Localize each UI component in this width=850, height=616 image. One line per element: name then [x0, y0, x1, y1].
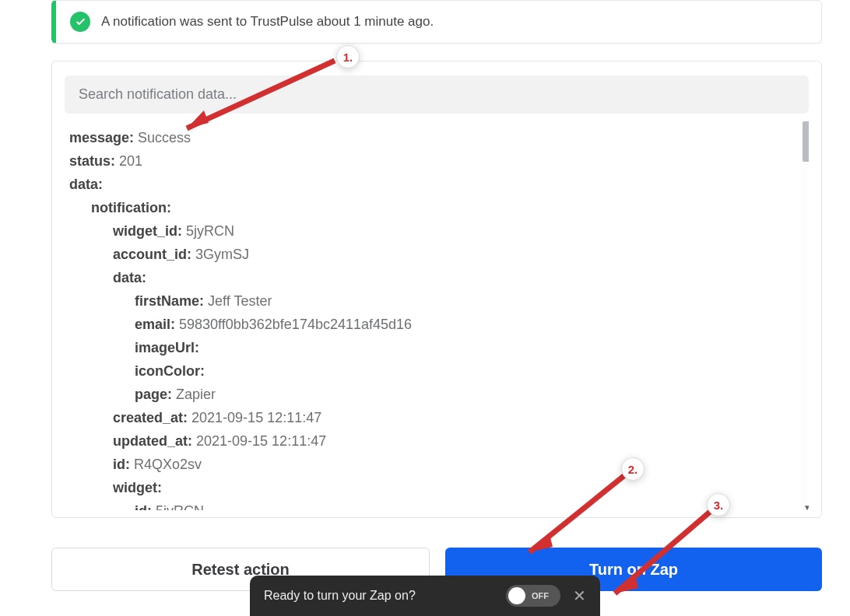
- toggle-label: OFF: [532, 591, 549, 600]
- check-circle-icon: [70, 12, 90, 32]
- result-card: message: Success status: 201 data: notif…: [51, 61, 822, 518]
- annotation-callout-1: 1.: [336, 45, 360, 68]
- response-scroll[interactable]: message: Success status: 201 data: notif…: [65, 121, 809, 510]
- banner-text: A notification was sent to TrustPulse ab…: [101, 14, 434, 30]
- scroll-thumb[interactable]: [803, 121, 809, 162]
- scroll-down-icon[interactable]: ▼: [803, 502, 809, 510]
- annotation-callout-2: 2.: [621, 457, 645, 481]
- zap-toggle[interactable]: OFF: [506, 585, 560, 607]
- toast-text: Ready to turn your Zap on?: [264, 589, 506, 603]
- zap-toast: Ready to turn your Zap on? OFF ✕: [250, 576, 600, 616]
- scrollbar[interactable]: ▲ ▼: [801, 121, 809, 510]
- success-banner: A notification was sent to TrustPulse ab…: [51, 0, 822, 44]
- close-icon[interactable]: ✕: [573, 586, 586, 605]
- toggle-knob: [508, 587, 525, 604]
- search-input[interactable]: [65, 75, 809, 114]
- annotation-callout-3: 3.: [707, 493, 730, 516]
- response-data: message: Success status: 201 data: notif…: [65, 121, 809, 510]
